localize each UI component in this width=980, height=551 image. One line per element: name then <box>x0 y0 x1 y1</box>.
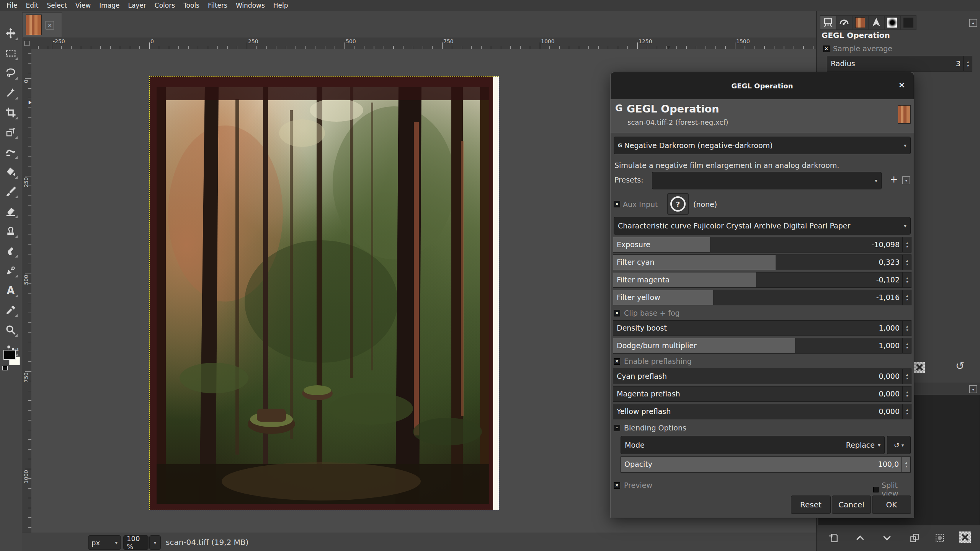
menu-edit[interactable]: Edit <box>21 0 42 11</box>
exposure-slider[interactable]: Exposure-10,098▴▾ <box>613 237 911 253</box>
menu-file[interactable]: File <box>2 0 21 11</box>
spin-up-icon[interactable]: ▴ <box>906 241 908 245</box>
mode-select[interactable]: Mode Replace ▾ <box>621 436 885 454</box>
aux-input-buffer-button[interactable]: ? <box>667 193 689 215</box>
add-preset-button[interactable]: + <box>890 174 898 185</box>
filter-cyan-slider[interactable]: Filter cyan0,323▴▾ <box>613 254 911 270</box>
tool-color-picker[interactable] <box>3 303 18 317</box>
presets-select[interactable]: ▾ <box>652 172 882 189</box>
dock-tab-patterns[interactable] <box>900 15 916 30</box>
menu-select[interactable]: Select <box>42 0 71 11</box>
blending-options-expander[interactable]: – Blending Options <box>614 424 686 432</box>
sample-average-checkbox[interactable]: × <box>823 46 830 52</box>
spinner[interactable]: ▴▾ <box>902 369 911 384</box>
spinner[interactable]: ▴▾ <box>902 386 911 401</box>
spin-up-icon[interactable]: ▴ <box>906 276 908 280</box>
tool-text[interactable]: A <box>3 283 18 298</box>
clip-base-fog-row[interactable]: × Clip base + fog <box>614 309 680 317</box>
vertical-ruler[interactable]: 0 250 500 750 1000 ▶ <box>22 49 32 533</box>
dodge-burn-slider[interactable]: Dodge/burn multiplier1,000▴▾ <box>613 338 911 354</box>
clip-base-fog-checkbox[interactable]: × <box>614 310 620 316</box>
lower-layer-button[interactable] <box>880 531 893 544</box>
spinner[interactable]: ▴▾ <box>902 338 911 353</box>
dock-tab-image[interactable] <box>852 15 868 30</box>
spinner[interactable]: ▴▾ <box>902 290 911 305</box>
dock-tab-pointer[interactable] <box>868 15 884 30</box>
spin-down-icon[interactable]: ▾ <box>906 377 908 380</box>
menu-layer[interactable]: Layer <box>124 0 150 11</box>
dialog-titlebar[interactable]: GEGL Operation <box>611 72 914 99</box>
preview-row[interactable]: × Preview <box>614 481 652 489</box>
menu-tools[interactable]: Tools <box>179 0 204 11</box>
anchor-layer-button[interactable] <box>933 531 946 544</box>
menu-colors[interactable]: Colors <box>150 0 179 11</box>
menu-filters[interactable]: Filters <box>204 0 232 11</box>
spin-down-icon[interactable]: ▾ <box>905 465 907 468</box>
spin-down-icon[interactable]: ▾ <box>906 346 908 350</box>
spinner[interactable]: ▴▾ <box>902 404 911 419</box>
spinner[interactable]: ▴▾ <box>902 457 910 472</box>
enable-preflashing-row[interactable]: × Enable preflashing <box>614 357 692 365</box>
filter-magenta-slider[interactable]: Filter magenta-0,102▴▾ <box>613 272 911 288</box>
spin-up-icon[interactable]: ▴ <box>906 373 908 377</box>
spin-up-icon[interactable]: ▴ <box>967 60 969 64</box>
swap-colors-icon[interactable]: ⇄ <box>15 347 19 352</box>
unit-select[interactable]: px ▾ <box>88 535 121 550</box>
spin-up-icon[interactable]: ▴ <box>906 342 908 346</box>
tool-smudge[interactable] <box>3 243 18 258</box>
split-view-checkbox[interactable] <box>873 487 879 492</box>
image-tab[interactable]: × <box>22 12 62 37</box>
tool-fuzzy-select[interactable] <box>3 85 18 100</box>
spin-down-icon[interactable]: ▾ <box>906 328 908 332</box>
spinner[interactable]: ▴▾ <box>902 321 911 336</box>
density-boost-slider[interactable]: Density boost1,000▴▾ <box>613 320 911 336</box>
radius-spinner[interactable]: ▴▾ <box>963 56 972 71</box>
menu-help[interactable]: Help <box>269 0 292 11</box>
ruler-corner-button[interactable] <box>22 37 32 49</box>
spin-down-icon[interactable]: ▾ <box>906 262 908 266</box>
reset-button[interactable]: Reset <box>791 496 831 514</box>
spin-up-icon[interactable]: ▴ <box>906 390 908 394</box>
dock-menu-arrow-icon[interactable]: ◂ <box>969 19 977 27</box>
presets-menu-arrow-icon[interactable]: ◂ <box>902 176 910 184</box>
tool-free-select[interactable] <box>3 65 18 80</box>
preview-checkbox[interactable]: × <box>614 482 620 489</box>
horizontal-ruler[interactable]: -250 0 250 500 750 1000 1250 1500 ▼ <box>31 37 816 49</box>
spin-down-icon[interactable]: ▾ <box>906 412 908 416</box>
curve-select[interactable]: Characteristic curve Fujicolor Crystal A… <box>614 217 911 235</box>
tool-move[interactable] <box>3 26 18 41</box>
duplicate-layer-button[interactable] <box>908 531 921 544</box>
tool-warp-transform[interactable] <box>3 145 18 159</box>
tool-eraser[interactable] <box>3 204 18 218</box>
foreground-color-swatch[interactable] <box>3 350 16 360</box>
spinner[interactable]: ▴▾ <box>902 255 911 270</box>
dialog-close-icon[interactable]: × <box>898 80 905 90</box>
expander-minus-icon[interactable]: – <box>614 425 620 431</box>
enable-preflashing-checkbox[interactable]: × <box>614 358 620 365</box>
menu-image[interactable]: Image <box>95 0 124 11</box>
menu-windows[interactable]: Windows <box>232 0 269 11</box>
mode-group-button[interactable]: ↺ ▾ <box>887 436 911 454</box>
spinner[interactable]: ▴▾ <box>902 237 911 252</box>
spin-up-icon[interactable]: ▴ <box>906 324 908 328</box>
sample-average-row[interactable]: × Sample average <box>823 44 892 53</box>
yellow-preflash-slider[interactable]: Yellow preflash0,000▴▾ <box>613 404 911 419</box>
aux-input-checkbox[interactable]: × <box>614 201 620 207</box>
zoom-input[interactable]: 100 % <box>123 535 149 550</box>
spin-up-icon[interactable]: ▴ <box>906 259 908 262</box>
ok-button[interactable]: OK <box>872 496 911 514</box>
dock-tab-tool-options[interactable] <box>820 15 836 30</box>
cyan-preflash-slider[interactable]: Cyan preflash0,000▴▾ <box>613 368 911 384</box>
canvas-image[interactable] <box>150 77 499 510</box>
image-tab-close-icon[interactable]: × <box>46 21 54 29</box>
spin-down-icon[interactable]: ▾ <box>906 298 908 302</box>
zoom-select-button[interactable]: ▾ <box>149 535 161 550</box>
new-layer-button[interactable] <box>827 531 840 544</box>
reset-tool-options-button[interactable]: ↺ <box>956 360 964 372</box>
filter-yellow-slider[interactable]: Filter yellow-1,016▴▾ <box>613 290 911 305</box>
tool-crop[interactable] <box>3 105 18 120</box>
cancel-button[interactable]: Cancel <box>832 496 871 514</box>
lower-dock-menu-arrow-icon[interactable]: ◂ <box>969 385 977 393</box>
delete-tool-preset-button[interactable] <box>914 362 925 373</box>
raise-layer-button[interactable] <box>854 531 867 544</box>
